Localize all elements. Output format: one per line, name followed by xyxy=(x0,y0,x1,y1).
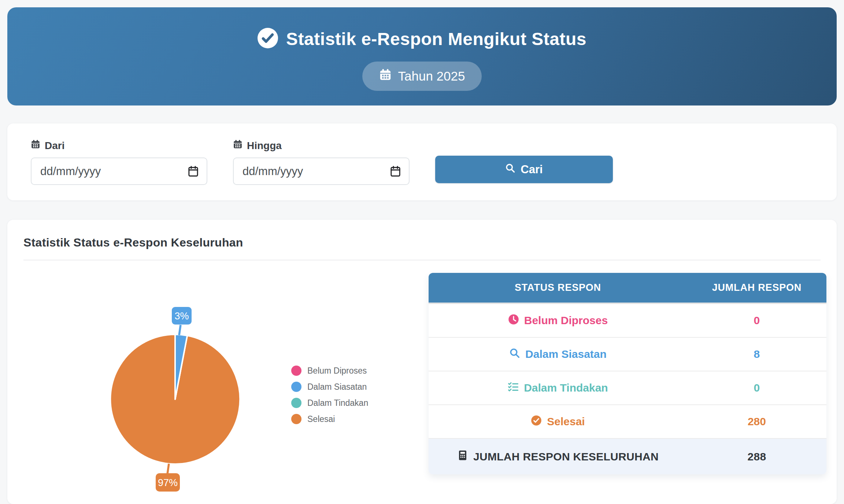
list-check-icon xyxy=(508,381,519,395)
legend-label: Dalam Siasatan xyxy=(307,382,367,392)
status-label: Belum Diproses xyxy=(524,314,608,327)
status-count: 280 xyxy=(687,405,826,438)
calendar-icon xyxy=(233,140,243,152)
search-icon xyxy=(505,163,515,176)
header-banner: Statistik e-Respon Mengikut Status Tahun… xyxy=(7,7,837,105)
calculator-icon xyxy=(457,450,468,463)
legend-label: Belum Diproses xyxy=(307,366,367,376)
section-title: Statistik Status e-Respon Keseluruhan xyxy=(23,236,821,249)
clock-icon xyxy=(508,314,519,327)
status-count: 0 xyxy=(687,304,826,337)
table-row: Dalam Siasatan 8 xyxy=(429,338,826,371)
legend-label: Dalam Tindakan xyxy=(307,398,368,408)
table-header: STATUS RESPON JUMLAH RESPON xyxy=(429,273,826,304)
date-from-label: Dari xyxy=(45,140,64,152)
search-button-label: Cari xyxy=(521,163,543,176)
legend-label: Selesai xyxy=(307,414,335,424)
search-icon xyxy=(509,348,520,361)
legend-item-dalam-tindakan[interactable]: Dalam Tindakan xyxy=(291,398,368,408)
status-label: Dalam Tindakan xyxy=(524,382,608,394)
status-pie-chart: 3% 97% xyxy=(95,300,256,500)
date-picker-icon[interactable] xyxy=(187,165,199,177)
pie-label-3: 3% xyxy=(174,311,189,322)
total-label: JUMLAH RESPON KESELURUHAN xyxy=(473,451,659,463)
legend-item-selesai[interactable]: Selesai xyxy=(291,414,368,424)
pie-callout-line-3 xyxy=(179,325,181,335)
pie-label-97: 97% xyxy=(158,477,178,488)
date-to-label: Hingga xyxy=(247,140,282,152)
page-title: Statistik e-Respon Mengikut Status xyxy=(286,29,586,49)
table-row: Belum Diproses 0 xyxy=(429,304,826,338)
date-to-label-row: Hingga xyxy=(233,140,410,152)
legend-dot-icon xyxy=(291,414,301,424)
table-row: Selesai 280 xyxy=(429,405,826,439)
table-total-row: JUMLAH RESPON KESELURUHAN 288 xyxy=(429,439,826,474)
status-count: 8 xyxy=(687,338,826,371)
date-picker-icon[interactable] xyxy=(389,165,401,177)
legend-dot-icon xyxy=(291,398,301,408)
legend-item-belum-diproses[interactable]: Belum Diproses xyxy=(291,366,368,376)
column-header-status: STATUS RESPON xyxy=(429,273,687,303)
check-circle-icon xyxy=(531,415,542,429)
table-row: Dalam Tindakan 0 xyxy=(429,371,826,405)
search-button[interactable]: Cari xyxy=(435,156,613,183)
status-label: Dalam Siasatan xyxy=(525,348,607,360)
chart-legend: Belum Diproses Dalam Siasatan Dalam Tind… xyxy=(291,366,368,430)
date-from-label-row: Dari xyxy=(31,140,207,152)
total-count: 288 xyxy=(687,439,826,474)
page: { "header": { "title": "Statistik e-Resp… xyxy=(0,0,844,504)
year-badge-label: Tahun 2025 xyxy=(398,69,465,84)
calendar-icon xyxy=(31,140,40,152)
status-table: STATUS RESPON JUMLAH RESPON Belum Dipros… xyxy=(429,273,826,474)
date-to-input[interactable] xyxy=(233,158,410,185)
date-to-field: Hingga xyxy=(233,140,410,200)
date-from-input[interactable] xyxy=(31,158,207,185)
date-from-field: Dari xyxy=(31,140,207,200)
legend-dot-icon xyxy=(291,366,301,376)
section-divider xyxy=(23,260,821,260)
legend-dot-icon xyxy=(291,382,301,392)
status-label: Selesai xyxy=(547,415,585,428)
year-badge: Tahun 2025 xyxy=(362,62,482,91)
status-count: 0 xyxy=(687,371,826,404)
check-circle-icon xyxy=(258,28,278,50)
pie-callout-line-97 xyxy=(167,464,169,474)
legend-item-dalam-siasatan[interactable]: Dalam Siasatan xyxy=(291,382,368,392)
calendar-icon xyxy=(379,68,392,84)
column-header-jumlah: JUMLAH RESPON xyxy=(687,273,826,303)
filter-card: Dari xyxy=(7,123,837,200)
